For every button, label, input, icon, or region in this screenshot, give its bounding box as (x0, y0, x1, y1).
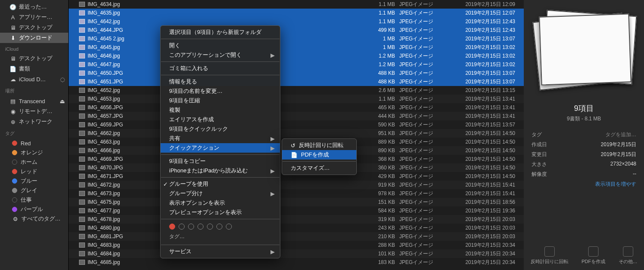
submenu-item[interactable]: ↺反時計回りに回転 (282, 141, 356, 150)
file-row[interactable]: IMG_4678.jpg319 KBJPEGイメージ2019年2月15日 20:… (69, 215, 524, 224)
file-row[interactable]: IMG_4683.jpg288 KBJPEGイメージ2019年2月15日 20:… (69, 241, 524, 249)
menu-item[interactable]: 情報を見る (161, 77, 280, 86)
file-row[interactable]: IMG_4646.jpg1.2 MBJPEGイメージ2019年2月15日 13:… (69, 52, 524, 60)
quick-action-button[interactable]: PDFを作成 (582, 246, 605, 265)
menu-item[interactable]: 9項目をコピー (161, 156, 280, 166)
meta-label: 作成日 (532, 141, 547, 148)
sidebar-item-最近った…[interactable]: 🕘最近った… (0, 2, 68, 12)
file-row[interactable]: IMG_4662.jpg951 KBJPEGイメージ2019年2月15日 14:… (69, 129, 524, 138)
menu-item[interactable]: 共有▶ (161, 134, 280, 143)
file-row[interactable]: IMG_4652.jpg2.6 MBJPEGイメージ2019年2月15日 13:… (69, 86, 524, 95)
file-row[interactable]: IMG_4673.jpg978 KBJPEGイメージ2019年2月15日 15:… (69, 189, 524, 198)
file-row[interactable]: IMG_4645 2.jpg1 MBJPEGイメージ2019年2月15日 13:… (69, 34, 524, 43)
menu-item[interactable]: 開く (161, 41, 280, 50)
menu-item[interactable]: クイックアクション▶ (161, 143, 280, 153)
file-date: 2019年2月15日 12:09 (447, 1, 519, 8)
file-size: 243 KB (361, 225, 399, 231)
tag-dot-icon[interactable] (207, 224, 213, 230)
sidebar-item-Transcend[interactable]: ▤Transcend⏏ (0, 96, 68, 106)
file-row[interactable]: IMG_4650.JPG488 KBJPEGイメージ2019年2月15日 13:… (69, 69, 524, 77)
sidebar-item-デスクトップ[interactable]: 🖥デスクトップ (0, 22, 68, 33)
quick-action-button[interactable]: 反時計回りに回転 (531, 246, 568, 265)
file-row[interactable]: IMG_4677.jpg584 KBJPEGイメージ2019年2月15日 19:… (69, 206, 524, 215)
drive-icon: ◉ (9, 108, 16, 115)
file-row[interactable]: IMG_4681.JPG210 KBJPEGイメージ2019年2月15日 20:… (69, 232, 524, 241)
tag-dot-icon (12, 178, 17, 184)
tag-item-すべてのタグ…[interactable]: ⚙すべてのタグ… (0, 214, 68, 224)
action-label: 反時計回りに回転 (531, 258, 568, 265)
file-kind: JPEGイメージ (399, 35, 447, 43)
show-more-link[interactable]: 表示項目を増やす (532, 181, 636, 188)
meta-row: 大きさ2732×2048 (532, 161, 636, 168)
menu-item[interactable]: サービス▶ (161, 247, 280, 256)
tag-item-ブルー[interactable]: ブルー (0, 176, 68, 186)
tag-dot-icon[interactable] (188, 224, 194, 230)
menu-item[interactable]: 選択項目（9項目）から新規フォルダ (161, 28, 280, 37)
file-row[interactable]: IMG_4675.jpg151 KBJPEGイメージ2019年2月15日 18:… (69, 198, 524, 206)
eject-icon[interactable]: ⏏ (60, 98, 65, 104)
file-row[interactable]: IMG_4645.jpg1 MBJPEGイメージ2019年2月15日 13:02 (69, 43, 524, 52)
file-row[interactable]: IMG_4656.JPG465 KBJPEGイメージ2019年2月15日 13:… (69, 103, 524, 112)
menu-item[interactable]: プレビューオプションを表示 (161, 208, 280, 217)
tag-label[interactable]: タグ… (161, 232, 280, 243)
file-row[interactable]: IMG_4653.jpg1.1 MBJPEGイメージ2019年2月15日 13:… (69, 95, 524, 103)
file-date: 2019年2月15日 13:02 (447, 61, 519, 68)
file-row[interactable]: IMG_4659.JPG590 KBJPEGイメージ2019年2月15日 13:… (69, 120, 524, 129)
file-size: 2.6 MB (361, 87, 399, 93)
submenu-item[interactable]: 📄PDFを作成 (282, 150, 356, 160)
file-row[interactable]: IMG_4635.jpg1.1 MBJPEGイメージ2019年2月15日 12:… (69, 9, 524, 17)
menu-item[interactable]: iPhoneまたはiPadから読み込む▶ (161, 166, 280, 175)
tag-item-グレイ[interactable]: グレイ (0, 186, 68, 195)
sidebar-item-書類[interactable]: 📄書類 (0, 64, 68, 74)
file-row[interactable]: IMG_4672.jpg919 KBJPEGイメージ2019年2月15日 15:… (69, 181, 524, 189)
tag-item-パープル[interactable]: パープル (0, 205, 68, 214)
file-list[interactable]: IMG_4634.jpg1.1 MBJPEGイメージ2019年2月15日 12:… (69, 0, 524, 270)
menu-item[interactable]: このアプリケーションで開く▶ (161, 50, 280, 60)
menu-item[interactable]: 9項目をクイックルック (161, 124, 280, 134)
file-row[interactable]: IMG_4685.jpg183 KBJPEGイメージ2019年2月15日 20:… (69, 258, 524, 267)
tag-item-仕事[interactable]: 仕事 (0, 195, 68, 205)
tag-dot-icon[interactable] (169, 224, 175, 230)
sidebar-item-ダウンロード[interactable]: ⬇ダウンロード (0, 33, 68, 43)
sidebar-item-デスクトップ[interactable]: 🖥デスクトップ (0, 53, 68, 64)
file-date: 2019年2月15日 20:34 (447, 259, 519, 266)
jpeg-icon (79, 79, 85, 84)
tag-picker[interactable] (161, 221, 280, 232)
tag-item-レッド[interactable]: レッド (0, 167, 68, 176)
sidebar-item-アプリケー…[interactable]: Aアプリケー… (0, 12, 68, 22)
file-row[interactable]: IMG_4647.jpg1.2 MBJPEGイメージ2019年2月15日 13:… (69, 60, 524, 69)
menu-item[interactable]: 9項目を圧縮 (161, 96, 280, 105)
file-row[interactable]: IMG_4644.JPG499 KBJPEGイメージ2019年2月15日 12:… (69, 26, 524, 34)
file-row[interactable]: IMG_4684.jpg101 KBJPEGイメージ2019年2月15日 20:… (69, 249, 524, 258)
menu-item[interactable]: エイリアスを作成 (161, 115, 280, 124)
menu-item[interactable]: ✓グループを使用 (161, 179, 280, 189)
tag-dot-icon[interactable] (197, 224, 204, 230)
file-row[interactable]: IMG_4680.jpg243 KBJPEGイメージ2019年2月15日 20:… (69, 224, 524, 232)
file-row[interactable]: IMG_4642.jpg1.1 MBJPEGイメージ2019年2月15日 12:… (69, 17, 524, 26)
sidebar-item-iCloud D…[interactable]: ☁︎iCloud D…◌ (0, 74, 68, 84)
file-date: 2019年2月15日 13:41 (447, 113, 519, 120)
file-row[interactable]: IMG_4634.jpg1.1 MBJPEGイメージ2019年2月15日 12:… (69, 0, 524, 9)
quick-action-button[interactable]: その他… (619, 246, 638, 265)
submenu-item[interactable]: カスタマイズ… (282, 163, 356, 173)
jpeg-icon (79, 191, 85, 196)
meta-value[interactable]: タグを追加… (605, 131, 636, 138)
menu-item[interactable]: 9項目の名前を変更… (161, 86, 280, 96)
menu-item[interactable]: ゴミ箱に入れる (161, 64, 280, 73)
menu-item[interactable]: 複製 (161, 105, 280, 115)
file-kind: JPEGイメージ (399, 130, 447, 137)
file-kind: JPEGイメージ (399, 173, 447, 180)
menu-item[interactable]: 表示オプションを表示 (161, 198, 280, 208)
sidebar-item-リモートデ…[interactable]: ◉リモートデ… (0, 106, 68, 117)
tag-item-オレンジ[interactable]: オレンジ (0, 148, 68, 157)
file-row[interactable]: IMG_4657.JPG444 KBJPEGイメージ2019年2月15日 13:… (69, 112, 524, 120)
menu-item[interactable]: グループ分け▶ (161, 189, 280, 198)
file-row[interactable]: IMG_4651.JPG488 KBJPEGイメージ2019年2月15日 13:… (69, 77, 524, 86)
sidebar-item-ネットワーク[interactable]: ⊕ネットワーク (0, 117, 68, 127)
tag-dot-icon[interactable] (226, 224, 232, 230)
tag-dot-icon[interactable] (216, 224, 222, 230)
tag-item-ホーム[interactable]: ホーム (0, 157, 68, 167)
tag-item-Red[interactable]: Red (0, 138, 68, 148)
preview-title: 9項目 (532, 103, 636, 114)
tag-dot-icon[interactable] (179, 224, 185, 230)
